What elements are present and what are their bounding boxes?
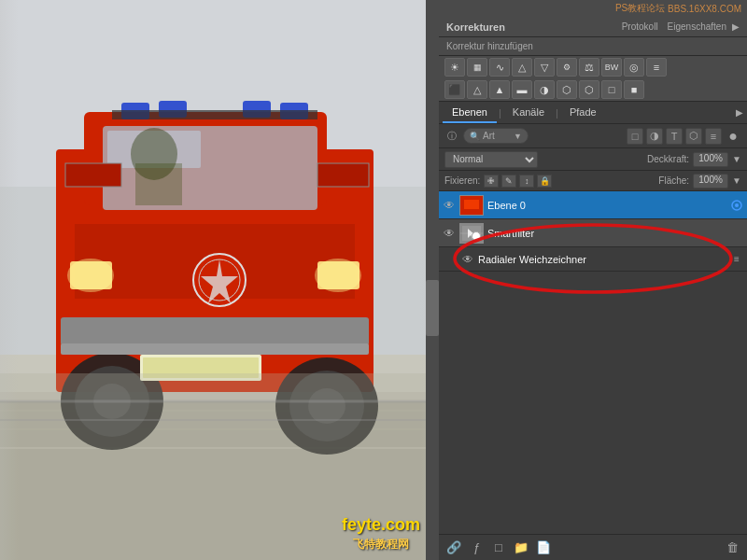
- blend-mode-select[interactable]: Normal: [444, 151, 538, 168]
- hsl-icon[interactable]: ⚙: [557, 58, 577, 77]
- svg-rect-32: [61, 343, 369, 355]
- fix-pos-icon[interactable]: ✙: [484, 175, 499, 188]
- layers-list: 👁 Ebene 0 👁: [439, 191, 747, 534]
- extra3-icon[interactable]: ■: [624, 80, 644, 99]
- radialer-options[interactable]: ≡: [730, 253, 743, 266]
- filter-pixel-icon[interactable]: □: [627, 128, 643, 145]
- tab-paths[interactable]: Pfade: [560, 103, 606, 123]
- svg-point-47: [735, 203, 739, 207]
- watermark-url: BBS.16XX8.COM: [668, 4, 741, 14]
- exposure-icon[interactable]: △: [512, 58, 532, 77]
- dropdown-icon[interactable]: ▼: [514, 132, 522, 141]
- canvas-area: feyte.com 飞特教程网: [0, 0, 439, 560]
- canvas-scrollbar-thumb[interactable]: [426, 280, 439, 336]
- watermark-site: feyte.com: [342, 513, 420, 537]
- watermark-bar: PS教程论坛 BBS.16XX8.COM: [439, 0, 747, 17]
- protokoll-tab[interactable]: Protokoll: [622, 21, 658, 32]
- layer-search-box[interactable]: 🔍 Art ▼: [463, 128, 529, 144]
- delete-layer-btn[interactable]: 🗑: [723, 539, 741, 557]
- link-layers-btn[interactable]: 🔗: [444, 539, 463, 557]
- search-label: Art: [483, 131, 495, 141]
- vibrance-icon[interactable]: ▽: [534, 58, 555, 77]
- tab-channels[interactable]: Kanäle: [503, 103, 554, 123]
- fix-scale-icon[interactable]: ↕: [519, 175, 534, 188]
- svg-point-29: [67, 259, 114, 292]
- corrections-icons-row2: ⬛ △ ▲ ▬ ◑ ⬡ ⬡ □ ■: [439, 78, 747, 102]
- extra2-icon[interactable]: □: [601, 80, 622, 99]
- layer-options-ebene0[interactable]: [730, 199, 743, 212]
- opacity-dropdown[interactable]: ▼: [732, 154, 741, 164]
- blend-opacity-row: Normal Deckkraft: 100% ▼: [439, 148, 747, 171]
- channelmix-icon[interactable]: ≡: [646, 58, 667, 77]
- svg-rect-31: [61, 317, 369, 345]
- layer-row-ebene0[interactable]: 👁 Ebene 0: [439, 191, 747, 219]
- layers-panel-collapse[interactable]: ▶: [736, 107, 743, 118]
- watermark-text: PS教程论坛: [615, 2, 665, 15]
- corrections-panel-header: Korrekturen Protokoll Eigenschaften ▶: [439, 17, 747, 37]
- add-mask-btn[interactable]: □: [489, 539, 508, 557]
- layer-row-smartfilter[interactable]: 👁 Smartfilter: [439, 219, 747, 247]
- svg-rect-36: [135, 163, 182, 205]
- layer-name-radialer: Radialer Weichzeichner: [478, 254, 726, 265]
- invert-icon[interactable]: ⬛: [444, 80, 465, 99]
- layer-thumb-ebene0: [459, 195, 484, 216]
- filter-type-icon[interactable]: T: [666, 128, 683, 145]
- filter-adj-icon[interactable]: ◑: [646, 128, 663, 145]
- svg-rect-40: [317, 163, 369, 187]
- fix-lock-icon[interactable]: 🔒: [537, 175, 552, 188]
- opacity-label: Deckkraft:: [647, 154, 689, 164]
- search-icon: 🔍: [470, 132, 480, 141]
- posterize-icon[interactable]: △: [467, 80, 487, 99]
- eigenschaften-tab[interactable]: Eigenschaften: [668, 21, 726, 32]
- corrections-tab[interactable]: Korrekturen: [446, 21, 616, 33]
- watermark-sub: 飞特教程网: [342, 537, 420, 553]
- layer-row-radialer[interactable]: 👁 Radialer Weichzeichner ≡: [439, 247, 747, 272]
- fix-row: Fixieren: ✙ ✎ ↕ 🔒 Fläche: 100% ▼: [439, 171, 747, 191]
- smart-obj-icon[interactable]: ⬡: [557, 80, 577, 99]
- panel-collapse[interactable]: ▶: [732, 21, 740, 32]
- filter-shape-icon[interactable]: ⬡: [685, 128, 702, 145]
- tab-layers[interactable]: Ebenen: [443, 103, 497, 123]
- levels-icon[interactable]: ▦: [467, 58, 487, 77]
- svg-rect-45: [464, 200, 479, 209]
- add-correction-row: Korrektur hinzufügen: [439, 37, 747, 56]
- opacity-value[interactable]: 100%: [693, 152, 728, 167]
- layers-bottom-bar: 🔗 ƒ □ 📁 📄 🗑: [439, 534, 747, 560]
- filter-toggle[interactable]: ●: [725, 128, 741, 145]
- extra1-icon[interactable]: ⬡: [579, 80, 599, 99]
- canvas-scrollbar[interactable]: [426, 0, 439, 560]
- curves-icon[interactable]: ∿: [489, 58, 510, 77]
- add-style-btn[interactable]: ƒ: [467, 539, 486, 557]
- layers-filter-icons: □ ◑ T ⬡ ≡ ●: [627, 128, 741, 145]
- corrections-icons-row1: ☀ ▦ ∿ △ ▽ ⚙ ⚖ BW ◎ ≡: [439, 56, 747, 78]
- layer-visibility-ebene0[interactable]: 👁: [443, 199, 456, 212]
- photofil-icon[interactable]: ◎: [624, 58, 644, 77]
- svg-point-30: [315, 259, 361, 292]
- flaeche-value[interactable]: 100%: [693, 174, 728, 189]
- svg-rect-39: [65, 163, 121, 187]
- canvas-watermark: feyte.com 飞特教程网: [342, 513, 420, 553]
- layer-thumb-smartfilter: [459, 223, 484, 244]
- gradient-map-icon[interactable]: ▬: [512, 80, 532, 99]
- layer-name-ebene0: Ebene 0: [487, 200, 726, 211]
- flaeche-label: Fläche:: [658, 175, 689, 186]
- colorbal-icon[interactable]: ⚖: [579, 58, 599, 77]
- new-group-btn[interactable]: 📁: [512, 539, 530, 557]
- right-panel: PS教程论坛 BBS.16XX8.COM Korrekturen Protoko…: [439, 0, 747, 560]
- selective-color-icon[interactable]: ◑: [534, 80, 555, 99]
- threshold-icon[interactable]: ▲: [489, 80, 510, 99]
- fix-icons: ✙ ✎ ↕ 🔒: [484, 175, 552, 188]
- bw-icon[interactable]: BW: [601, 58, 622, 77]
- layer-visibility-radialer[interactable]: 👁: [461, 253, 474, 266]
- svg-rect-15: [112, 110, 317, 119]
- flaeche-dropdown[interactable]: ▼: [732, 175, 741, 186]
- new-layer-btn[interactable]: 📄: [534, 539, 553, 557]
- fix-draw-icon[interactable]: ✎: [501, 175, 516, 188]
- filter-smart-icon[interactable]: ≡: [705, 128, 722, 145]
- layer-visibility-smartfilter[interactable]: 👁: [443, 227, 456, 240]
- fix-label: Fixieren:: [444, 175, 480, 186]
- info-icon[interactable]: ⓘ: [444, 129, 459, 144]
- brightness-icon[interactable]: ☀: [444, 58, 465, 77]
- layer-name-smartfilter: Smartfilter: [487, 228, 743, 239]
- layers-controls: ⓘ 🔍 Art ▼ □ ◑ T ⬡ ≡ ●: [439, 124, 747, 148]
